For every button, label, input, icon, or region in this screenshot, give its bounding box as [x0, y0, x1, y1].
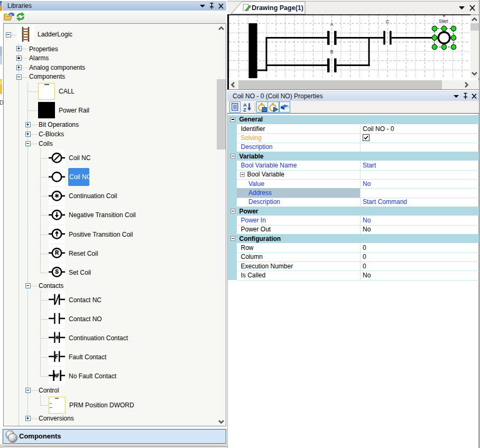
svg-text:R: R — [55, 250, 59, 256]
svg-text:S: S — [55, 269, 59, 275]
svg-text:Z: Z — [243, 107, 246, 113]
svg-text:B: B — [330, 49, 334, 54]
svg-text:Start: Start — [439, 18, 449, 24]
svg-text:C: C — [386, 19, 389, 24]
svg-text:A: A — [330, 22, 334, 27]
